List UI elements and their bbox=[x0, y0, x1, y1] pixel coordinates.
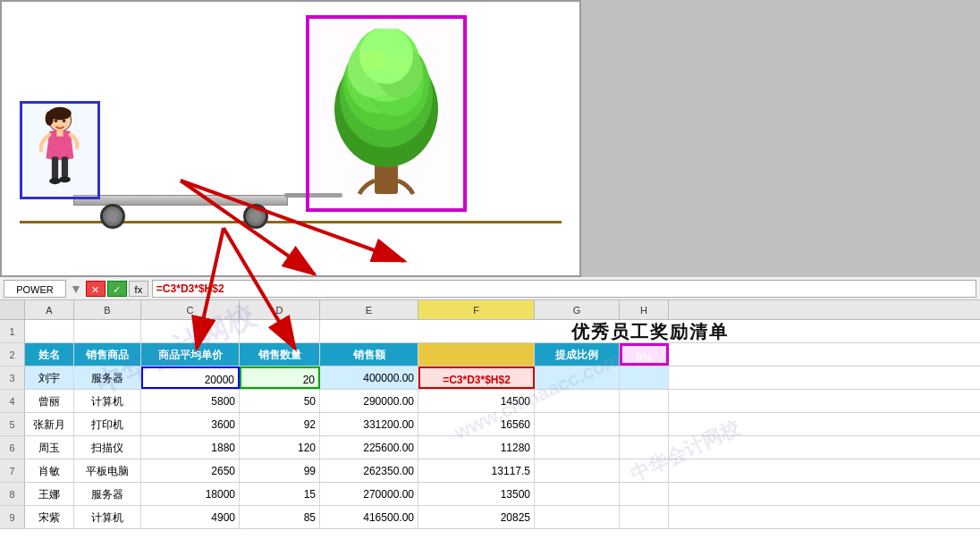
cell-c6[interactable]: 1880 bbox=[141, 436, 240, 459]
confirm-formula-btn[interactable]: ✓ bbox=[107, 281, 127, 297]
cell-g2[interactable]: 提成比例 bbox=[535, 343, 620, 366]
data-row-8: 8 王娜 服务器 18000 15 270000.00 13500 bbox=[0, 483, 980, 506]
column-headers: A B C D E F G H bbox=[0, 300, 980, 320]
cell-b7[interactable]: 平板电脑 bbox=[74, 459, 141, 482]
data-row-9: 9 宋紫 计算机 4900 85 416500.00 20825 bbox=[0, 506, 980, 529]
cell-h9[interactable] bbox=[620, 506, 669, 528]
cell-c8[interactable]: 18000 bbox=[141, 483, 240, 505]
cell-a7[interactable]: 肖敏 bbox=[25, 459, 74, 482]
cell-c9[interactable]: 4900 bbox=[141, 506, 240, 528]
svg-point-2 bbox=[46, 111, 54, 125]
cell-f8[interactable]: 13500 bbox=[418, 483, 535, 505]
row-5-num: 5 bbox=[0, 413, 25, 435]
cell-b3[interactable]: 服务器 bbox=[74, 366, 141, 389]
cell-f4[interactable]: 14500 bbox=[418, 390, 535, 412]
name-box[interactable]: POWER bbox=[4, 280, 66, 298]
cell-c1[interactable] bbox=[141, 320, 240, 342]
cell-h7[interactable] bbox=[620, 459, 669, 482]
cell-a5[interactable]: 张新月 bbox=[25, 413, 74, 435]
cell-b9[interactable]: 计算机 bbox=[74, 506, 141, 528]
cell-d4[interactable]: 50 bbox=[240, 390, 320, 412]
sheet-body: 1 优秀员工奖励清单 2 姓名 销售商品 商品平均单价 销售数量 销售额 提成比… bbox=[0, 320, 980, 529]
data-row-5: 5 张新月 打印机 3600 92 331200.00 16560 bbox=[0, 413, 980, 436]
svg-rect-5 bbox=[62, 156, 68, 177]
cell-e8[interactable]: 270000.00 bbox=[320, 483, 418, 505]
cell-e9[interactable]: 416500.00 bbox=[320, 506, 418, 528]
cell-b5[interactable]: 打印机 bbox=[74, 413, 141, 435]
col-header-d[interactable]: D bbox=[240, 300, 320, 319]
cell-b4[interactable]: 计算机 bbox=[74, 390, 141, 412]
cell-a3[interactable]: 刘宇 bbox=[25, 366, 74, 389]
col-header-b[interactable]: B bbox=[74, 300, 141, 319]
cell-a8[interactable]: 王娜 bbox=[25, 483, 74, 505]
row-6-num: 6 bbox=[0, 436, 25, 459]
cell-h5[interactable] bbox=[620, 413, 669, 435]
cell-f6[interactable]: 11280 bbox=[418, 436, 535, 459]
cell-c7[interactable]: 2650 bbox=[141, 459, 240, 482]
col-header-h[interactable]: H bbox=[620, 300, 669, 319]
cell-h4[interactable] bbox=[620, 390, 669, 412]
col-header-e[interactable]: E bbox=[320, 300, 418, 319]
cell-e2[interactable]: 销售额 bbox=[320, 343, 418, 366]
cell-f7[interactable]: 13117.5 bbox=[418, 459, 535, 482]
cell-c4[interactable]: 5800 bbox=[141, 390, 240, 412]
cell-c3[interactable]: 20000 bbox=[141, 366, 240, 389]
cell-a1[interactable] bbox=[25, 320, 74, 342]
cancel-formula-btn[interactable]: ✕ bbox=[86, 281, 106, 297]
fx-btn[interactable]: fx bbox=[129, 281, 148, 297]
cell-f3[interactable]: =C3*D3*$H$2 bbox=[418, 366, 535, 389]
cell-h8[interactable] bbox=[620, 483, 669, 505]
cell-a6[interactable]: 周玉 bbox=[25, 436, 74, 459]
formula-input[interactable] bbox=[152, 280, 976, 298]
cell-e4[interactable]: 290000.00 bbox=[320, 390, 418, 412]
cell-b2[interactable]: 销售商品 bbox=[74, 343, 141, 366]
formula-buttons: ✕ ✓ fx bbox=[86, 281, 148, 297]
cell-f2[interactable] bbox=[418, 343, 535, 366]
cell-d8[interactable]: 15 bbox=[240, 483, 320, 505]
cell-f5[interactable]: 16560 bbox=[418, 413, 535, 435]
cell-d1[interactable] bbox=[240, 320, 320, 342]
cell-d7[interactable]: 99 bbox=[240, 459, 320, 482]
cell-h6[interactable] bbox=[620, 436, 669, 459]
cell-g4[interactable] bbox=[535, 390, 620, 412]
cell-h3[interactable] bbox=[620, 366, 669, 389]
row-2-num: 2 bbox=[0, 343, 25, 366]
cell-e5[interactable]: 331200.00 bbox=[320, 413, 418, 435]
cell-h2[interactable]: 5% bbox=[620, 343, 669, 366]
cell-d9[interactable]: 85 bbox=[240, 506, 320, 528]
row-4-num: 4 bbox=[0, 390, 25, 412]
cell-c5[interactable]: 3600 bbox=[141, 413, 240, 435]
col-header-g[interactable]: G bbox=[535, 300, 620, 319]
col-header-f[interactable]: F bbox=[418, 300, 535, 319]
title-row: 1 优秀员工奖励清单 bbox=[0, 320, 980, 343]
cell-e7[interactable]: 262350.00 bbox=[320, 459, 418, 482]
cell-g5[interactable] bbox=[535, 413, 620, 435]
cell-a2[interactable]: 姓名 bbox=[25, 343, 74, 366]
cell-g9[interactable] bbox=[535, 506, 620, 528]
cell-e3[interactable]: 400000.00 bbox=[320, 366, 418, 389]
cell-b6[interactable]: 扫描仪 bbox=[74, 436, 141, 459]
cell-e6[interactable]: 225600.00 bbox=[320, 436, 418, 459]
svg-point-21 bbox=[389, 59, 407, 73]
cell-g3[interactable] bbox=[535, 366, 620, 389]
cell-a9[interactable]: 宋紫 bbox=[25, 506, 74, 528]
formula-separator: ▼ bbox=[70, 282, 82, 296]
cell-d5[interactable]: 92 bbox=[240, 413, 320, 435]
cell-f9[interactable]: 20825 bbox=[418, 506, 535, 528]
cell-b1[interactable] bbox=[74, 320, 141, 342]
header-row: 2 姓名 销售商品 商品平均单价 销售数量 销售额 提成比例 5% bbox=[0, 343, 980, 366]
col-header-c[interactable]: C bbox=[141, 300, 240, 319]
row-num-header bbox=[0, 300, 25, 319]
cell-c2[interactable]: 商品平均单价 bbox=[141, 343, 240, 366]
cell-d6[interactable]: 120 bbox=[240, 436, 320, 459]
svg-point-7 bbox=[59, 176, 71, 182]
cell-b8[interactable]: 服务器 bbox=[74, 483, 141, 505]
cell-g7[interactable] bbox=[535, 459, 620, 482]
cell-a4[interactable]: 曾丽 bbox=[25, 390, 74, 412]
cell-d3[interactable]: 20 bbox=[240, 366, 320, 389]
data-row-6: 6 周玉 扫描仪 1880 120 225600.00 11280 bbox=[0, 436, 980, 459]
col-header-a[interactable]: A bbox=[25, 300, 74, 319]
cell-g8[interactable] bbox=[535, 483, 620, 505]
cell-d2[interactable]: 销售数量 bbox=[240, 343, 320, 366]
cell-g6[interactable] bbox=[535, 436, 620, 459]
